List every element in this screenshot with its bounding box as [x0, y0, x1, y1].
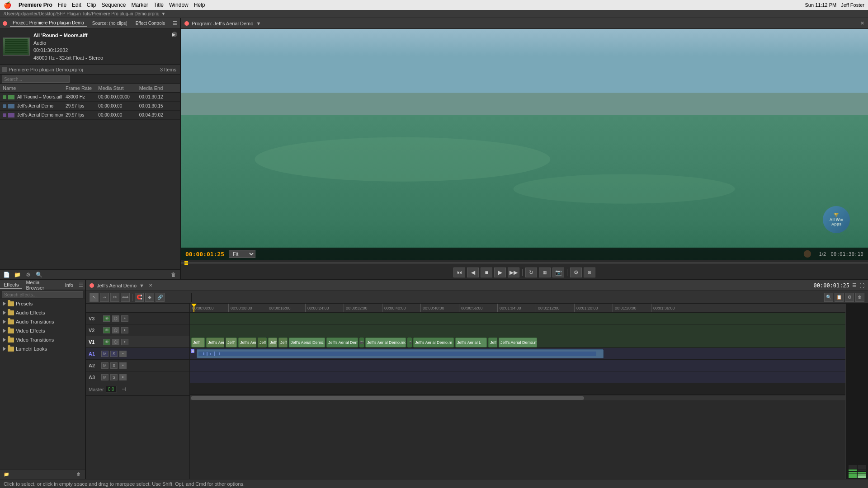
btn-step-back[interactable]: ◀ [467, 267, 479, 277]
preview-close-btn[interactable] [184, 21, 189, 26]
app-name-menu[interactable]: Premiere Pro [19, 2, 52, 8]
clip-v1-8[interactable]: Jeff's Aerial Dem [326, 338, 358, 347]
tab-media-browser[interactable]: Media Browser [22, 280, 61, 291]
btn-safe-margins[interactable]: ▦ [539, 267, 551, 277]
track-record-a2[interactable]: ⚬ [119, 362, 127, 369]
btn-play[interactable]: ▶ [494, 267, 506, 277]
track-solo-a2[interactable]: S [110, 362, 118, 369]
btn-multi-cam[interactable]: ⊞ [584, 267, 595, 277]
tl-link-btn[interactable]: 🔗 [156, 293, 165, 302]
track-sync-v3[interactable]: ⚬ [121, 315, 128, 322]
menu-title[interactable]: Title [154, 2, 164, 8]
timeline-h-scrollbar[interactable] [190, 395, 845, 400]
menu-edit[interactable]: Edit [72, 2, 81, 8]
clip-v1-9[interactable]: Jeff's Aerial Demo.mov [365, 338, 406, 347]
tl-markers-btn[interactable]: ◆ [145, 293, 154, 302]
col-header-start[interactable]: Media Start [98, 85, 139, 91]
timeline-close-btn[interactable] [90, 283, 94, 288]
btn-step-fwd[interactable]: ▶▶ [508, 267, 519, 277]
timeline-dropdown[interactable]: ▼ [139, 283, 144, 288]
a1-target-btn[interactable]: ◆ [191, 349, 194, 353]
tab-effects[interactable]: Effects [0, 281, 22, 289]
asset-preview-btn[interactable]: ▶ [172, 32, 177, 37]
panel-menu-btn[interactable]: ☰ [173, 20, 177, 26]
tab-project[interactable]: Project: Premiere Pro plug-in Demo [10, 19, 87, 27]
timeline-tab-x[interactable]: ✕ [149, 283, 152, 288]
tab-info[interactable]: Info [61, 282, 77, 289]
clip-v1-6[interactable]: Jeff' [278, 338, 288, 347]
track-sync-v1[interactable]: ⚬ [121, 339, 128, 345]
preview-dropdown-btn[interactable]: ▼ [256, 21, 261, 26]
clip-v1-10[interactable]: Jeff's Aerial Demo.m [413, 338, 454, 347]
btn-camera[interactable]: 📷 [552, 267, 564, 277]
track-lock-v2[interactable]: ⬡ [112, 327, 119, 333]
apple-menu[interactable]: 🍎 [4, 1, 11, 9]
panel-close-btn[interactable] [3, 21, 7, 26]
clip-v1-3[interactable]: Jeff's Aeria [238, 338, 256, 347]
clip-v1-13[interactable]: Jeff's Aerial Demo.mo [499, 338, 537, 347]
menu-window[interactable]: Window [169, 2, 189, 8]
tab-source[interactable]: Source: (no clips) [90, 20, 130, 27]
find-btn[interactable]: 🔍 [34, 270, 43, 279]
table-row[interactable]: Jeff's Aerial Demo.mov 29.97 fps 00:00:0… [0, 111, 180, 120]
menu-help[interactable]: Help [194, 2, 205, 8]
btn-loop[interactable]: ↻ [525, 267, 537, 277]
clip-v1-4[interactable]: Jeff' [258, 338, 267, 347]
menu-file[interactable]: File [58, 2, 66, 8]
track-eye-a2[interactable]: M [101, 362, 108, 369]
tl-settings-btn[interactable]: ⚙ [845, 293, 854, 302]
preview-timecode-display[interactable]: 00:00:01:25 [185, 251, 224, 258]
tl-slip-tool[interactable]: ⟺ [121, 293, 130, 302]
menu-sequence[interactable]: Sequence [101, 2, 126, 8]
timeline-maximize-btn[interactable]: ⛶ [859, 283, 864, 288]
track-eye-a1[interactable]: M [101, 351, 108, 357]
timeline-timecode[interactable]: 00:00:01:25 [814, 282, 849, 289]
project-search-input[interactable] [2, 75, 70, 83]
preview-panel-x[interactable]: ✕ [860, 20, 864, 26]
clip-v1-1[interactable]: Jeff's Aerial [206, 338, 224, 347]
tl-search-btn[interactable]: 🔍 [824, 293, 833, 302]
table-row[interactable]: Jeff's Aerial Demo 29.97 fps 00:00:00:00… [0, 102, 180, 111]
track-record-a1[interactable]: ⚬ [119, 351, 127, 357]
folder-lumetri[interactable]: Lumetri Looks [0, 344, 85, 353]
clip-v1-12[interactable]: Jeff [488, 338, 497, 347]
folder-audio-effects[interactable]: Audio Effects [0, 308, 85, 317]
delete-btn[interactable]: 🗑 [169, 270, 178, 279]
tl-ripple-tool[interactable]: ⇥ [100, 293, 109, 302]
scrollbar-thumb[interactable] [191, 396, 584, 400]
folder-video-transitions[interactable]: Video Transitions [0, 335, 85, 344]
new-item-btn[interactable]: 📄 [2, 270, 11, 279]
col-header-name[interactable]: Name [0, 85, 66, 91]
clip-v1-7[interactable]: Jeff's Aerial Demo.r [289, 338, 325, 347]
effects-new-bin-btn[interactable]: 📁 [2, 470, 11, 479]
effects-search-input[interactable] [2, 291, 83, 298]
fit-dropdown[interactable]: Fit 25% 50% 100% [229, 250, 255, 258]
track-eye-v2[interactable]: 👁 [103, 327, 110, 333]
timeline-menu-btn[interactable]: ☰ [852, 282, 857, 288]
col-header-framerate[interactable]: Frame Rate [66, 85, 98, 91]
btn-stop[interactable]: ■ [481, 267, 492, 277]
tab-effect-controls[interactable]: Effect Controls [133, 20, 168, 27]
clip-v1-2[interactable]: Jeff' [226, 338, 237, 347]
clip-v1-11[interactable]: Jeff's Aerial L [455, 338, 487, 347]
folder-video-effects[interactable]: Video Effects [0, 326, 85, 335]
track-eye-v1[interactable]: 👁 [103, 339, 110, 345]
menu-marker[interactable]: Marker [131, 2, 148, 8]
preview-scrub-bar[interactable] [181, 260, 868, 266]
track-eye-v3[interactable]: 👁 [103, 315, 110, 322]
audio-clip-a1[interactable] [197, 349, 604, 358]
btn-go-to-start[interactable]: ⏮ [453, 267, 465, 277]
folder-presets[interactable]: Presets [0, 299, 85, 308]
track-lock-v3[interactable]: ⬡ [112, 315, 119, 322]
btn-settings[interactable]: ⚙ [570, 267, 582, 277]
new-folder-btn[interactable]: 📁 [13, 270, 22, 279]
effects-delete-btn[interactable]: 🗑 [74, 470, 83, 479]
effects-panel-menu[interactable]: ☰ [77, 282, 85, 288]
tl-delete-btn[interactable]: 🗑 [855, 293, 864, 302]
track-solo-a3[interactable]: S [110, 374, 118, 380]
menu-clip[interactable]: Clip [87, 2, 96, 8]
master-meter-btn[interactable]: ⊣ [120, 386, 127, 393]
expand-btn[interactable]: ▼ [161, 11, 165, 16]
track-eye-a3[interactable]: M [101, 374, 108, 380]
clip-v1-5[interactable]: Jeff' [268, 338, 277, 347]
